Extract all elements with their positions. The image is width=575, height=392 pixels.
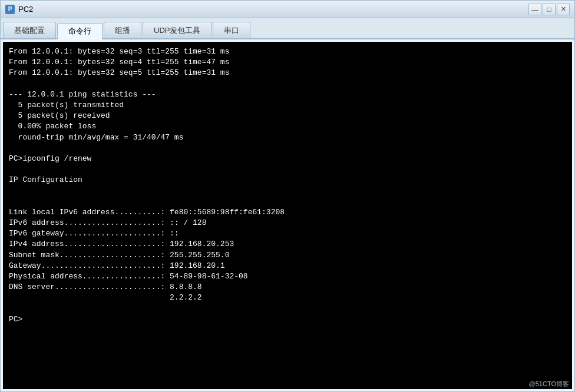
window: P PC2 — □ ✕ 基础配置 命令行 组播 UDP发包工具 串口 From … <box>0 0 575 392</box>
title-bar: P PC2 — □ ✕ <box>1 1 574 18</box>
tab-multicast[interactable]: 组播 <box>104 22 141 38</box>
app-icon: P <box>5 5 15 14</box>
content-area: From 12.0.0.1: bytes=32 seq=3 ttl=255 ti… <box>1 39 574 391</box>
tab-command-line[interactable]: 命令行 <box>57 23 103 39</box>
tab-udp-tool[interactable]: UDP发包工具 <box>143 22 212 38</box>
tab-basic-config[interactable]: 基础配置 <box>3 22 56 38</box>
watermark: @51CTO博客 <box>529 380 569 388</box>
title-bar-left: P PC2 <box>5 5 33 14</box>
minimize-button[interactable]: — <box>528 4 541 15</box>
close-button[interactable]: ✕ <box>557 4 570 15</box>
terminal-output[interactable]: From 12.0.0.1: bytes=32 seq=3 ttl=255 ti… <box>3 42 572 389</box>
maximize-button[interactable]: □ <box>543 4 556 15</box>
window-controls: — □ ✕ <box>528 4 570 15</box>
tab-bar: 基础配置 命令行 组播 UDP发包工具 串口 <box>1 18 574 39</box>
tab-serial[interactable]: 串口 <box>213 22 250 38</box>
window-title: PC2 <box>18 5 33 14</box>
